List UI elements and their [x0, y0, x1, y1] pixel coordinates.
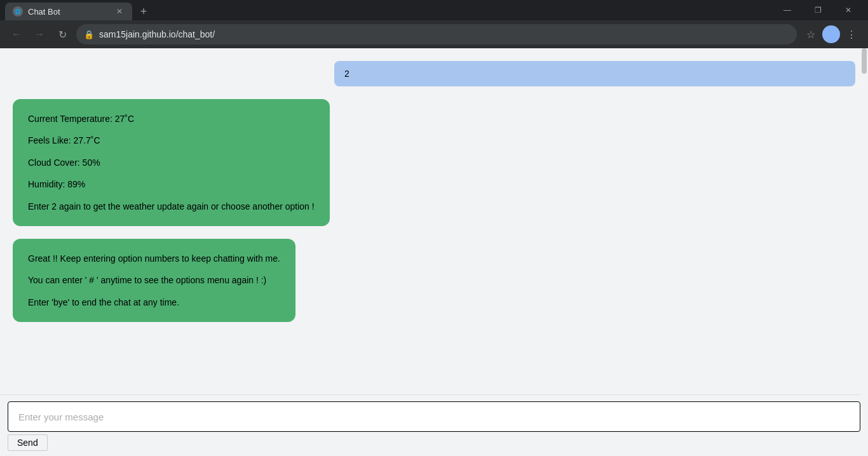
bot-weather-message: Current Temperature: 27˚C Feels Like: 27… [13, 99, 330, 226]
profile-button[interactable] [822, 25, 840, 43]
refresh-button[interactable]: ↻ [53, 25, 71, 43]
forward-button[interactable]: → [31, 25, 48, 43]
bot-weather-line2: Feels Like: 27.7˚C [28, 133, 315, 147]
minimize-button[interactable]: — [773, 0, 802, 20]
back-button[interactable]: ← [8, 25, 25, 43]
bot-weather-line1: Current Temperature: 27˚C [28, 112, 315, 126]
lock-icon: 🔒 [84, 30, 94, 39]
user-message: 2 [334, 61, 855, 86]
bot-continue-container: Great !! Keep entering option numbers to… [13, 239, 855, 322]
tab-close-button[interactable]: ✕ [114, 6, 125, 17]
tab-bar: 🌐 Chat Bot ✕ + [5, 0, 153, 20]
address-bar: ← → ↻ 🔒 sam15jain.github.io/chat_bot/ ☆ … [0, 20, 868, 48]
url-bar[interactable]: 🔒 sam15jain.github.io/chat_bot/ [76, 24, 797, 44]
bot-weather-container: Current Temperature: 27˚C Feels Like: 27… [13, 99, 855, 226]
bot-continue-line2: You can enter ' # ' anytime to see the o… [28, 273, 280, 287]
chat-area: 2 Current Temperature: 27˚C Feels Like: … [0, 48, 868, 394]
close-button[interactable]: ✕ [834, 0, 863, 20]
bookmark-button[interactable]: ☆ [802, 25, 820, 43]
bot-continue-line1: Great !! Keep entering option numbers to… [28, 251, 280, 265]
url-text: sam15jain.github.io/chat_bot/ [99, 29, 789, 39]
window-controls: — ❐ ✕ [773, 0, 863, 20]
send-button[interactable]: Send [8, 434, 48, 451]
scrollbar-track[interactable] [860, 48, 868, 456]
tab-title: Chat Bot [28, 7, 109, 17]
tab-favicon: 🌐 [13, 6, 23, 17]
address-actions: ☆ ⋮ [802, 25, 860, 43]
user-message-text: 2 [344, 69, 349, 79]
bot-weather-line3: Cloud Cover: 50% [28, 156, 315, 170]
bot-continue-message: Great !! Keep entering option numbers to… [13, 239, 295, 322]
active-tab[interactable]: 🌐 Chat Bot ✕ [5, 3, 132, 20]
user-message-container: 2 [13, 61, 855, 86]
bot-weather-line4: Humidity: 89% [28, 177, 315, 191]
menu-button[interactable]: ⋮ [843, 25, 860, 43]
scrollbar-thumb[interactable] [862, 48, 867, 74]
input-area: Send [0, 394, 868, 456]
bot-continue-line3: Enter 'bye' to end the chat at any time. [28, 295, 280, 309]
new-tab-button[interactable]: + [135, 3, 153, 20]
maximize-button[interactable]: ❐ [803, 0, 832, 20]
browser-titlebar: 🌐 Chat Bot ✕ + — ❐ ✕ [0, 0, 868, 20]
bot-weather-followup: Enter 2 again to get the weather update … [28, 199, 315, 213]
page-content: 2 Current Temperature: 27˚C Feels Like: … [0, 48, 868, 456]
message-input[interactable] [8, 401, 860, 432]
